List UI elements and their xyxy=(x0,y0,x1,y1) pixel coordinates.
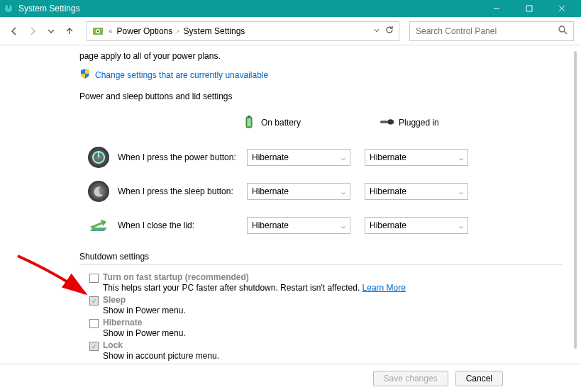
svg-rect-15 xyxy=(380,121,388,123)
lid-close-label: When I close the lid: xyxy=(118,220,247,230)
breadcrumb-power-options[interactable]: Power Options xyxy=(114,26,176,36)
back-button[interactable] xyxy=(7,24,21,38)
maximize-button[interactable] xyxy=(513,0,546,17)
lock-title: Lock xyxy=(103,340,219,350)
svg-rect-13 xyxy=(248,118,251,126)
history-chevron-icon[interactable]: « xyxy=(109,27,113,35)
svg-rect-1 xyxy=(8,5,9,9)
svg-rect-12 xyxy=(248,116,250,118)
svg-rect-3 xyxy=(526,6,532,11)
chevron-down-icon: ⌵ xyxy=(341,154,345,162)
search-box[interactable] xyxy=(409,21,574,41)
hibernate-title: Hibernate xyxy=(103,318,186,327)
sleep-button-battery-select[interactable]: Hibernate⌵ xyxy=(247,183,350,200)
address-bar[interactable]: « Power Options › System Settings xyxy=(87,21,399,41)
minimize-button[interactable] xyxy=(480,0,513,17)
fast-startup-checkbox[interactable] xyxy=(89,274,99,283)
chevron-down-icon: ⌵ xyxy=(459,188,463,196)
sleep-checkbox[interactable] xyxy=(89,296,99,306)
svg-point-8 xyxy=(97,30,99,32)
close-button[interactable] xyxy=(546,0,578,17)
lock-checkbox[interactable] xyxy=(89,342,99,351)
refresh-button[interactable] xyxy=(384,25,394,37)
lid-plugged-select[interactable]: Hibernate⌵ xyxy=(365,217,468,234)
control-panel-icon xyxy=(92,25,104,38)
shield-icon xyxy=(79,68,91,82)
chevron-down-icon: ⌵ xyxy=(459,222,463,230)
sleep-title: Sleep xyxy=(103,295,186,305)
sleep-button-plugged-select[interactable]: Hibernate⌵ xyxy=(365,183,468,200)
intro-text-truncated: page apply to all of your power plans. xyxy=(79,51,221,61)
lid-close-icon xyxy=(87,213,111,237)
breadcrumb-system-settings[interactable]: System Settings xyxy=(181,26,248,36)
address-dropdown-icon[interactable] xyxy=(373,26,380,36)
sleep-button-label: When I press the sleep button: xyxy=(118,186,247,196)
column-on-battery: On battery xyxy=(261,118,301,128)
save-changes-button[interactable]: Save changes xyxy=(373,371,448,386)
sleep-desc: Show in Power menu. xyxy=(103,306,186,315)
column-plugged-in: Plugged in xyxy=(399,118,439,128)
up-button[interactable] xyxy=(62,24,77,38)
svg-point-14 xyxy=(387,119,394,124)
app-icon xyxy=(3,3,14,14)
chevron-down-icon: ⌵ xyxy=(459,154,463,162)
sleep-button-icon xyxy=(87,179,111,203)
power-button-icon xyxy=(87,145,111,169)
power-button-plugged-select[interactable]: Hibernate⌵ xyxy=(365,149,468,166)
fast-startup-title: Turn on fast startup (recommended) xyxy=(103,272,406,282)
search-icon[interactable] xyxy=(558,26,568,37)
section-power-sleep-heading: Power and sleep buttons and lid settings xyxy=(79,91,581,101)
search-input[interactable] xyxy=(416,26,558,36)
power-button-label: When I press the power button: xyxy=(118,152,247,162)
recent-locations-button[interactable] xyxy=(44,24,58,38)
battery-icon xyxy=(241,114,257,132)
hibernate-desc: Show in Power menu. xyxy=(103,328,186,338)
plug-icon xyxy=(379,114,394,132)
svg-point-9 xyxy=(559,26,565,32)
fast-startup-desc: This helps start your PC faster after sh… xyxy=(103,283,406,293)
change-settings-link[interactable]: Change settings that are currently unava… xyxy=(95,70,268,80)
forward-button[interactable] xyxy=(26,24,40,38)
scrollbar[interactable] xyxy=(574,51,577,349)
window-title: System Settings xyxy=(18,4,480,13)
power-button-battery-select[interactable]: Hibernate⌵ xyxy=(247,149,350,166)
cancel-button[interactable]: Cancel xyxy=(455,371,503,386)
chevron-down-icon: ⌵ xyxy=(341,222,345,230)
breadcrumb-separator-icon: › xyxy=(175,27,180,35)
hibernate-checkbox[interactable] xyxy=(89,319,99,328)
lid-battery-select[interactable]: Hibernate⌵ xyxy=(247,217,350,234)
svg-line-10 xyxy=(564,31,567,34)
section-shutdown-heading: Shutdown settings xyxy=(79,252,562,265)
chevron-down-icon: ⌵ xyxy=(341,188,345,196)
lock-desc: Show in account picture menu. xyxy=(103,351,219,361)
learn-more-link[interactable]: Learn More xyxy=(363,283,406,293)
